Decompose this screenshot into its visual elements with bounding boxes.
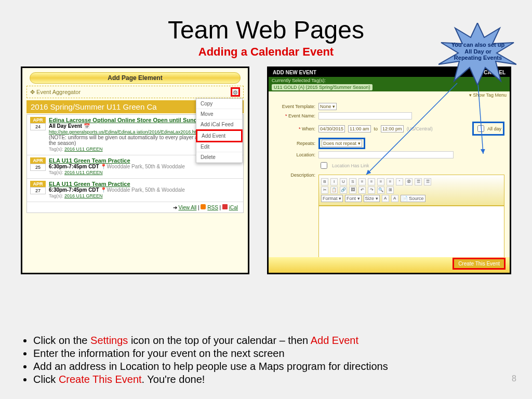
aggregator-label: ✥ Event Aggregator <box>30 89 81 96</box>
view-all-link[interactable]: View All <box>178 205 196 210</box>
menu-add-event[interactable]: Add Event <box>196 129 243 142</box>
italic-icon[interactable]: I <box>330 178 338 185</box>
rss-icon <box>201 204 206 209</box>
menu-move[interactable]: Move <box>196 109 242 119</box>
add-event-header: ADD NEW EVENT <box>273 70 316 75</box>
add-page-element-bar[interactable]: Add Page Element <box>30 72 241 84</box>
gear-icon[interactable]: ⚙ <box>231 87 240 97</box>
date-input[interactable]: 04/30/2015 <box>318 125 345 132</box>
description-editor[interactable] <box>318 206 504 263</box>
gear-menu: Copy Move Add iCal Feed Add Event Edit D… <box>196 98 243 163</box>
menu-add-ical[interactable]: Add iCal Feed <box>196 119 242 130</box>
menu-edit[interactable]: Edit <box>196 142 242 152</box>
page-number: 8 <box>512 374 516 383</box>
all-day-checkbox[interactable] <box>477 125 484 132</box>
show-tag-menu[interactable]: ▾ Show Tag Menu <box>269 91 510 99</box>
calendar-screenshot: Add Page Element ✥ Event Aggregator ⚙ 20… <box>21 66 249 274</box>
callout-text: You can also set up All Day or Repeating… <box>451 42 505 61</box>
list-footer: ➔ View All | RSS | iCal <box>27 202 243 212</box>
menu-delete[interactable]: Delete <box>196 152 242 163</box>
underline-icon[interactable]: U <box>340 178 347 185</box>
event-item: APR27 ELA U11 Green Team Practice 6:30pm… <box>27 179 243 202</box>
ical-icon <box>222 204 228 209</box>
strike-icon[interactable]: S <box>349 178 356 185</box>
template-select[interactable]: None ▾ <box>318 103 337 110</box>
editor-toolbar: B I U S ≡≡ ≡≡ "⦿ ☰☰ ✂📋 🔗🖼 ↶↷ <box>318 175 504 206</box>
ical-link[interactable]: iCal <box>229 205 238 210</box>
end-time[interactable]: 12:00 pm <box>381 125 404 132</box>
location-input[interactable] <box>318 151 454 158</box>
tag-chip: U11 GOLD (A) (2015 Spring/Summer Season) <box>272 84 373 90</box>
all-day-highlight: All day <box>472 122 504 136</box>
instructions: Click on the Settings icon on the top of… <box>21 334 388 387</box>
location-link-checkbox[interactable] <box>321 162 327 169</box>
create-event-button[interactable]: Create This Event <box>453 258 506 270</box>
callout-starburst: You can also set up All Day or Repeating… <box>438 23 516 85</box>
event-link[interactable]: ELA U11 Green Team Practice <box>49 157 130 164</box>
repeats-select[interactable]: Does not repeat ▾ <box>322 140 362 147</box>
menu-copy[interactable]: Copy <box>196 99 242 109</box>
event-name-input[interactable] <box>318 112 412 119</box>
event-link[interactable]: ELA U11 Green Team Practice <box>49 181 130 187</box>
bold-icon[interactable]: B <box>321 178 328 185</box>
repeats-highlight: Does not repeat ▾ <box>318 138 365 149</box>
add-event-screenshot: ADD NEW EVENT CANCEL Currently Selected … <box>267 66 511 274</box>
event-link[interactable]: Edina Lacrosse Optional Online Store Ope… <box>49 117 217 123</box>
rss-link[interactable]: RSS <box>207 205 218 210</box>
start-time[interactable]: 11:00 am <box>348 125 371 132</box>
